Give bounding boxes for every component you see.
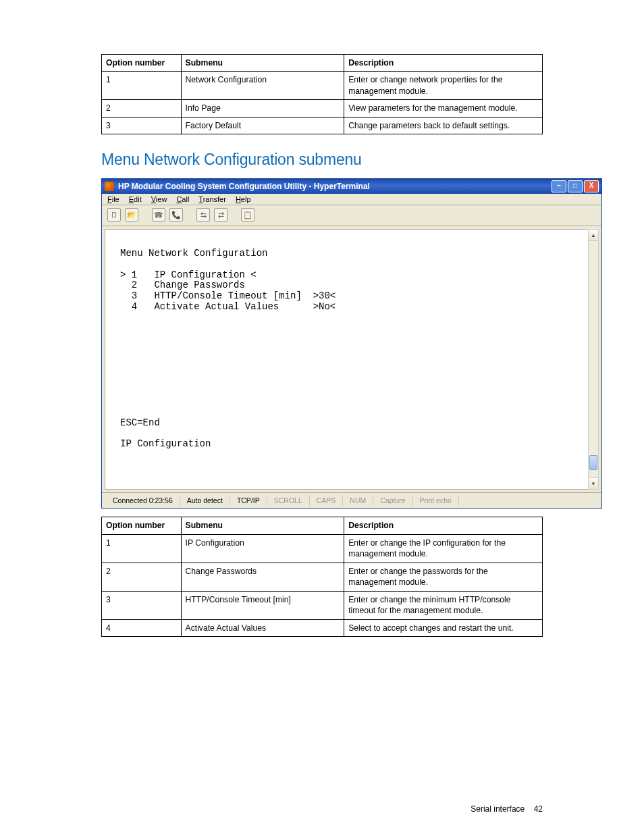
cell: Enter or change the minimum HTTP/console… bbox=[344, 591, 543, 619]
page-footer: Serial interface 42 bbox=[471, 804, 543, 814]
cell: Change Passwords bbox=[181, 563, 344, 591]
footer-page: 42 bbox=[534, 804, 543, 814]
cell: 2 bbox=[102, 100, 182, 117]
col-header: Description bbox=[344, 517, 543, 534]
footer-label: Serial interface bbox=[471, 804, 525, 814]
cell: 4 bbox=[102, 619, 182, 636]
table-row: 3 HTTP/Console Timeout [min] Enter or ch… bbox=[102, 591, 543, 619]
cell: Change parameters back to default settin… bbox=[344, 117, 543, 134]
cell: 1 bbox=[102, 534, 182, 563]
status-detect: Auto detect bbox=[180, 495, 230, 506]
new-doc-icon[interactable]: 🗋 bbox=[107, 208, 121, 221]
section-title: Menu Network Configuration submenu bbox=[101, 151, 543, 169]
table-row: 1 Network Configuration Enter or change … bbox=[102, 72, 543, 100]
col-header: Option number bbox=[102, 517, 182, 534]
menu-file[interactable]: File bbox=[107, 195, 119, 203]
cell: 1 bbox=[102, 72, 182, 100]
cell: 2 bbox=[102, 563, 182, 591]
col-header: Submenu bbox=[181, 55, 344, 72]
cell: Select to accept changes and restart the… bbox=[344, 619, 543, 636]
cell: Enter or change the passwords for the ma… bbox=[344, 563, 543, 591]
properties-icon[interactable]: 📋 bbox=[241, 208, 254, 221]
menu-transfer[interactable]: Transfer bbox=[198, 195, 226, 203]
scroll-down-icon[interactable]: ▼ bbox=[589, 477, 598, 489]
status-num: NUM bbox=[343, 495, 373, 506]
cell: Info Page bbox=[181, 100, 344, 117]
menu-view[interactable]: View bbox=[151, 195, 167, 203]
cell: Enter or change network properties for t… bbox=[344, 72, 543, 100]
col-header: Description bbox=[344, 55, 543, 72]
options-table-top: Option number Submenu Description 1 Netw… bbox=[101, 54, 543, 134]
cell: IP Configuration bbox=[181, 534, 344, 563]
minimize-button[interactable]: – bbox=[552, 180, 566, 192]
titlebar[interactable]: HP Modular Cooling System Configuration … bbox=[102, 179, 601, 194]
table-row: 2 Info Page View parameters for the mana… bbox=[102, 100, 543, 117]
cell: Enter or change the IP configuration for… bbox=[344, 534, 543, 563]
disconnect-icon[interactable]: 📞 bbox=[169, 208, 183, 221]
status-caps: CAPS bbox=[310, 495, 344, 506]
maximize-button[interactable]: □ bbox=[568, 180, 583, 192]
cell: Factory Default bbox=[181, 117, 344, 134]
menu-help[interactable]: Help bbox=[236, 195, 251, 203]
open-icon[interactable]: 📂 bbox=[125, 208, 138, 221]
status-capture: Capture bbox=[373, 495, 412, 506]
scroll-thumb[interactable] bbox=[589, 455, 597, 470]
scroll-up-icon[interactable]: ▲ bbox=[589, 230, 598, 241]
cell: 3 bbox=[102, 591, 182, 619]
receive-icon[interactable]: ⇄ bbox=[214, 208, 227, 221]
options-table-bottom: Option number Submenu Description 1 IP C… bbox=[101, 517, 543, 637]
table-row: 3 Factory Default Change parameters back… bbox=[102, 117, 543, 134]
toolbar: 🗋 📂 ☎ 📞 ⇆ ⇄ 📋 bbox=[102, 205, 601, 226]
status-print-echo: Print echo bbox=[413, 495, 459, 506]
send-icon[interactable]: ⇆ bbox=[196, 208, 210, 221]
status-protocol: TCP/IP bbox=[230, 495, 267, 506]
status-scroll: SCROLL bbox=[267, 495, 310, 506]
scrollbar[interactable]: ▲ ▼ bbox=[588, 229, 599, 490]
status-connected: Connected 0:23:56 bbox=[106, 495, 180, 506]
hyperterminal-window: HP Modular Cooling System Configuration … bbox=[101, 178, 602, 509]
table-row: 2 Change Passwords Enter or change the p… bbox=[102, 563, 543, 591]
statusbar: Connected 0:23:56 Auto detect TCP/IP SCR… bbox=[102, 492, 601, 508]
cell: HTTP/Console Timeout [min] bbox=[181, 591, 344, 619]
cell: Network Configuration bbox=[181, 72, 344, 100]
window-title: HP Modular Cooling System Configuration … bbox=[118, 182, 552, 191]
cell: Activate Actual Values bbox=[181, 619, 344, 636]
terminal-body: Menu Network Configuration > 1 IP Config… bbox=[102, 226, 601, 492]
cell: 3 bbox=[102, 117, 182, 134]
table-row: 4 Activate Actual Values Select to accep… bbox=[102, 619, 543, 636]
table-row: 1 IP Configuration Enter or change the I… bbox=[102, 534, 543, 563]
terminal-output[interactable]: Menu Network Configuration > 1 IP Config… bbox=[105, 229, 599, 490]
page: Option number Submenu Description 1 Netw… bbox=[0, 0, 644, 834]
col-header: Option number bbox=[102, 55, 182, 72]
app-icon bbox=[105, 182, 114, 191]
menu-edit[interactable]: Edit bbox=[129, 195, 142, 203]
menubar: File Edit View Call Transfer Help bbox=[102, 194, 601, 205]
close-button[interactable]: X bbox=[584, 180, 599, 192]
cell: View parameters for the management modul… bbox=[344, 100, 543, 117]
connect-icon[interactable]: ☎ bbox=[152, 208, 165, 221]
col-header: Submenu bbox=[181, 517, 344, 534]
menu-call[interactable]: Call bbox=[176, 195, 189, 203]
